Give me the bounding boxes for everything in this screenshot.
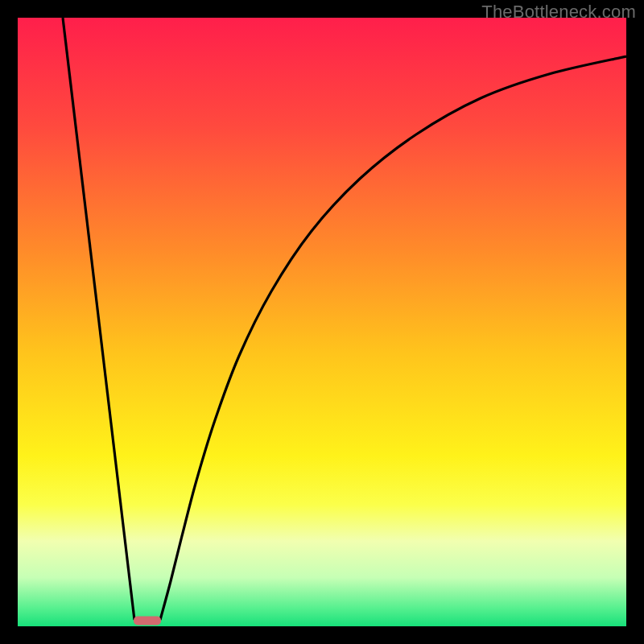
chart-frame: TheBottleneck.com	[0, 0, 644, 644]
curves-layer	[18, 18, 626, 626]
watermark-text: TheBottleneck.com	[481, 2, 636, 23]
bottom-marker	[134, 617, 161, 625]
curve-right	[160, 56, 626, 620]
plot-area	[18, 18, 626, 626]
curve-left	[63, 18, 134, 620]
